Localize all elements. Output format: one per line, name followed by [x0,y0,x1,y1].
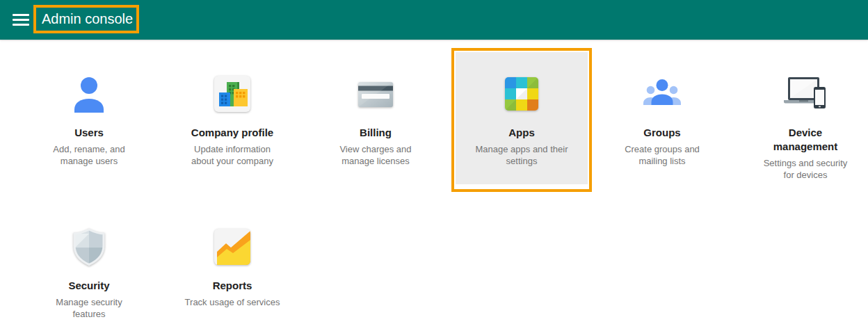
tile-title: Reports [213,279,252,293]
admin-console-page: Admin console Users Add, rename, and man… [0,0,868,331]
tile-title: Company profile [191,126,273,140]
tile-description: View charges and manage licenses [339,144,411,167]
users-icon [70,74,108,113]
tile-description: Manage apps and their settings [476,144,568,167]
tile-users[interactable]: Users Add, rename, and manage users [23,52,155,184]
page-title: Admin console [36,11,133,27]
tile-title: Device management [766,126,844,154]
tile-description: Add, rename, and manage users [53,144,124,167]
security-icon [70,227,108,266]
tile-description: Manage security features [56,297,122,320]
tile-title: Groups [643,126,680,140]
tile-description: Track usage of services [185,297,280,309]
groups-icon [643,74,682,113]
tile-company-profile[interactable]: Company profile Update information about… [166,52,298,184]
device-management-icon [782,74,828,113]
company-profile-icon [213,74,252,113]
apps-icon [502,74,541,113]
hamburger-menu-icon[interactable] [13,14,29,26]
billing-icon [356,74,395,113]
tile-billing[interactable]: Billing View charges and manage licenses [310,52,442,184]
tile-title: Billing [360,126,392,140]
tile-apps[interactable]: Apps Manage apps and their settings [456,52,588,184]
app-header: Admin console [0,0,868,40]
reports-icon [213,227,252,266]
tile-description: Create groups and mailing lists [625,144,700,167]
tile-title: Apps [508,126,535,140]
tile-description: Update information about your company [191,144,273,167]
tile-description: Settings and security for devices [764,158,848,181]
tile-device-management[interactable]: Device management Settings and security … [739,52,868,184]
tile-security[interactable]: Security Manage security features [23,205,155,331]
admin-console-highlight: Admin console [33,5,139,33]
tile-title: Security [68,279,109,293]
tile-reports[interactable]: Reports Track usage of services [166,205,298,331]
tile-groups[interactable]: Groups Create groups and mailing lists [596,52,728,184]
tile-title: Users [74,126,104,140]
